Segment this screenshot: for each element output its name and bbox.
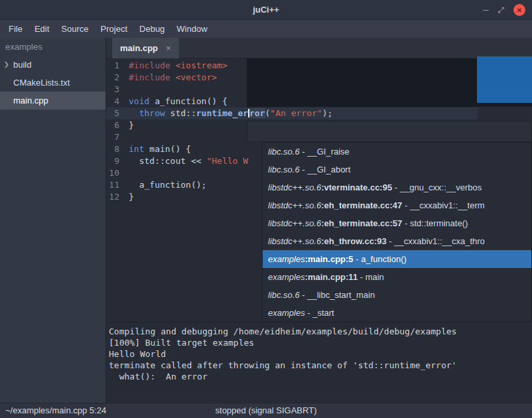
code-token: #include	[129, 60, 170, 70]
file-tree-panel: examples ❯ build CMakeLists.txt main.cpp	[0, 38, 106, 403]
menu-item-project[interactable]: Project	[95, 20, 133, 38]
backtrace-location: :main.cpp:5	[305, 254, 354, 264]
chevron-right-icon[interactable]: ❯	[4, 56, 13, 74]
tab-main-cpp[interactable]: main.cpp ×	[111, 38, 180, 58]
backtrace-function: - __cxxabiv1::__term	[402, 200, 484, 210]
output-panel[interactable]: Compiling and debugging /home/eidheim/ex…	[106, 322, 532, 403]
backtrace-item[interactable]: libstdc++.so.6:eh_throw.cc:93 - __cxxabi…	[263, 232, 531, 250]
status-debug-state: stopped (signal SIGABRT)	[0, 403, 532, 418]
line-number[interactable]: 12	[106, 191, 125, 203]
code-text: #include <vector>	[125, 72, 217, 84]
output-line: Hello World	[109, 348, 532, 360]
line-number[interactable]: 2	[106, 72, 125, 84]
code-token: "Hello W	[206, 156, 248, 166]
menubar: File Edit Source Project Debug Window	[0, 20, 532, 38]
backtrace-item[interactable]: examples:main.cpp:11 - main	[263, 268, 531, 286]
backtrace-function: - __libc_start_main	[300, 290, 375, 300]
output-lines: Compiling and debugging /home/eidheim/ex…	[109, 326, 532, 382]
backtrace-popup-header	[247, 121, 532, 142]
backtrace-item[interactable]: libc.so.6 - __GI_abort	[263, 161, 531, 178]
backtrace-item[interactable]: libstdc++.so.6:eh_terminate.cc:47 - __cx…	[263, 196, 531, 214]
output-line: [100%] Built target examples	[109, 337, 532, 348]
tree-item-cmakelists[interactable]: CMakeLists.txt	[0, 74, 105, 92]
backtrace-item[interactable]: libstdc++.so.6:vterminate.cc:95 - __gnu_…	[263, 178, 531, 196]
tree-item-label: CMakeLists.txt	[13, 74, 70, 92]
backtrace-item[interactable]: examples:main.cpp:5 - a_function()	[263, 250, 531, 268]
line-number[interactable]: 8	[106, 143, 125, 155]
code-token: }	[129, 120, 134, 130]
code-token: a_function();	[129, 180, 206, 190]
line-number[interactable]: 9	[106, 155, 125, 167]
backtrace-function: - _start	[305, 308, 334, 318]
tree-item-build[interactable]: ❯ build	[0, 56, 105, 74]
code-text: void a_function() {	[125, 96, 228, 107]
code-token: <iostream>	[175, 60, 227, 70]
backtrace-module: examples	[268, 254, 305, 264]
line-number[interactable]: 10	[106, 167, 125, 179]
menu-item-window[interactable]: Window	[170, 20, 213, 38]
code-token: int	[129, 144, 144, 154]
line-number[interactable]: 5	[106, 107, 125, 119]
backtrace-module: libc.so.6	[268, 290, 300, 300]
code-token	[129, 108, 139, 118]
line-number[interactable]: 7	[106, 131, 125, 143]
backtrace-popup: libc.so.6 - __GI_raiselibc.so.6 - __GI_a…	[262, 142, 532, 322]
minimize-icon[interactable]: ─	[483, 4, 489, 16]
line-number[interactable]: 1	[106, 60, 125, 72]
restore-icon[interactable]: ⤢	[498, 4, 504, 16]
backtrace-location: :eh_terminate.cc:47	[321, 200, 402, 210]
code-token: std::cout <<	[129, 156, 206, 166]
close-icon[interactable]: ✕	[513, 4, 525, 16]
backtrace-item[interactable]: examples - _start	[263, 304, 531, 322]
backtrace-module: libstdc++.so.6	[268, 200, 321, 210]
code-token: #include	[129, 72, 170, 82]
debug-highlight-block	[477, 56, 532, 103]
output-line: Compiling and debugging /home/eidheim/ex…	[109, 326, 532, 337]
tree-item-main-cpp[interactable]: main.cpp	[0, 92, 105, 109]
backtrace-item[interactable]: libc.so.6 - __GI_raise	[263, 143, 531, 161]
menu-item-file[interactable]: File	[3, 20, 29, 38]
backtrace-module: libstdc++.so.6	[268, 236, 321, 246]
backtrace-location: :eh_terminate.cc:57	[321, 218, 402, 228]
backtrace-item[interactable]: libstdc++.so.6:eh_terminate.cc:57 - std:…	[263, 214, 531, 232]
project-folder-label: examples	[0, 38, 105, 56]
backtrace-location: :eh_throw.cc:93	[321, 236, 387, 246]
backtrace-function: - __cxxabiv1::__cxa_thro	[387, 236, 485, 246]
menu-item-edit[interactable]: Edit	[29, 20, 55, 38]
code-line[interactable]: 5 throw std::runtime_error("An error");	[106, 107, 532, 119]
tab-close-icon[interactable]: ×	[166, 43, 171, 53]
backtrace-location: :vterminate.cc:95	[321, 182, 392, 192]
backtrace-module: libstdc++.so.6	[268, 218, 321, 228]
code-text: }	[125, 191, 134, 203]
code-text: }	[125, 119, 134, 131]
backtrace-function: - main	[358, 272, 384, 282]
line-number[interactable]: 6	[106, 119, 125, 131]
tree-item-label: build	[13, 56, 31, 74]
line-number[interactable]: 4	[106, 96, 125, 107]
menu-item-source[interactable]: Source	[55, 20, 94, 38]
backtrace-location: :main.cpp:11	[305, 272, 358, 282]
backtrace-function: - std::terminate()	[402, 218, 468, 228]
window-title: juCi++	[0, 0, 532, 20]
backtrace-module: examples	[268, 308, 305, 318]
backtrace-module: libc.so.6	[268, 147, 300, 157]
tabbar: main.cpp ×	[106, 38, 532, 58]
code-text: #include <iostream>	[125, 60, 228, 72]
code-token: void	[129, 96, 149, 106]
code-token: runtime_er	[196, 108, 248, 118]
code-token: "An error"	[270, 108, 322, 118]
backtrace-item[interactable]: libc.so.6 - __libc_start_main	[263, 286, 531, 304]
code-token: );	[322, 108, 333, 118]
code-token: a_function() {	[149, 96, 227, 106]
window-controls: ─ ⤢ ✕	[483, 0, 525, 20]
code-text	[125, 84, 129, 96]
backtrace-module: libstdc++.so.6	[268, 182, 321, 192]
line-number[interactable]: 3	[106, 84, 125, 96]
code-text	[125, 131, 129, 143]
menu-item-debug[interactable]: Debug	[133, 20, 170, 38]
code-token: main() {	[144, 144, 190, 154]
line-number[interactable]: 11	[106, 179, 125, 191]
tree-item-label: main.cpp	[13, 92, 48, 109]
backtrace-module: examples	[268, 272, 305, 282]
code-token: throw	[139, 108, 165, 118]
